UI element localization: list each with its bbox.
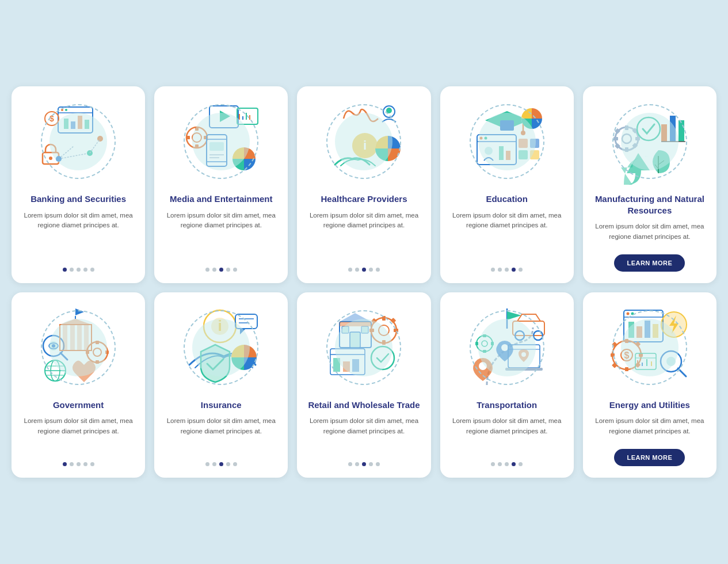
learn-more-button-2[interactable]: LEARN MORE	[614, 449, 685, 466]
dot[interactable]	[348, 462, 352, 466]
dot[interactable]	[362, 462, 366, 466]
card-insurance-title: Insurance	[201, 399, 242, 411]
dot[interactable]	[83, 268, 87, 272]
dot[interactable]	[512, 268, 516, 272]
dot[interactable]	[491, 268, 495, 272]
card-retail-title: Retail and Wholesale Trade	[308, 399, 420, 411]
dot[interactable]	[233, 268, 237, 272]
cards-grid: $ Banking and Securities Lorem ipsum dol…	[12, 86, 716, 478]
card-media-title: Media and Entertainment	[170, 193, 272, 205]
card-education-icon-area	[461, 96, 553, 188]
card-transportation-title: Transportation	[477, 399, 537, 411]
card-government-title: Government	[53, 399, 104, 411]
dot[interactable]	[83, 462, 87, 466]
svg-point-148	[626, 312, 629, 315]
dot[interactable]	[519, 462, 523, 466]
card-insurance-icon-area: i	[175, 302, 267, 394]
card-manufacturing-body: Lorem ipsum dolor sit dim amet, mea regi…	[592, 222, 707, 242]
card-insurance: i	[154, 292, 288, 478]
dot[interactable]	[369, 462, 373, 466]
card-healthcare-icon-area: i	[318, 96, 410, 188]
card-education-title: Education	[486, 193, 528, 205]
dot[interactable]	[226, 268, 230, 272]
card-retail-body: Lorem ipsum dolor sit dim amet, mea regi…	[306, 416, 421, 436]
dot[interactable]	[355, 268, 359, 272]
card-media-body: Lorem ipsum dolor sit dim amet, mea regi…	[163, 211, 279, 231]
card-energy: $	[583, 292, 716, 478]
dot[interactable]	[376, 462, 380, 466]
card-healthcare-body: Lorem ipsum dolor sit dim amet, mea regi…	[306, 211, 421, 231]
card-transportation-dots	[491, 458, 523, 466]
learn-more-button-1[interactable]: LEARN MORE	[614, 254, 685, 272]
card-media: Media and Entertainment Lorem ipsum dolo…	[154, 86, 288, 283]
dot[interactable]	[90, 462, 94, 466]
card-banking-dots	[63, 263, 94, 272]
card-banking-title: Banking and Securities	[31, 193, 126, 205]
card-healthcare-title: Healthcare Providers	[321, 193, 407, 205]
card-banking: $ Banking and Securities Lorem ipsum dol…	[12, 86, 145, 283]
card-energy-body: Lorem ipsum dolor sit dim amet, mea regi…	[592, 416, 707, 436]
dot[interactable]	[498, 268, 502, 272]
dot[interactable]	[505, 462, 509, 466]
dot[interactable]	[77, 268, 81, 272]
dot[interactable]	[362, 268, 366, 272]
card-government: Government Lorem ipsum dolor sit dim ame…	[12, 292, 145, 478]
card-transportation-icon-area	[461, 302, 553, 394]
dot[interactable]	[505, 268, 509, 272]
dot[interactable]	[519, 268, 523, 272]
card-government-body: Lorem ipsum dolor sit dim amet, mea regi…	[21, 416, 136, 436]
card-insurance-body: Lorem ipsum dolor sit dim amet, mea regi…	[163, 416, 279, 436]
card-energy-icon-area: $	[604, 302, 696, 394]
dot[interactable]	[70, 462, 74, 466]
dot[interactable]	[233, 462, 237, 466]
card-government-dots	[63, 458, 94, 466]
card-education-body: Lorem ipsum dolor sit dim amet, mea regi…	[449, 211, 565, 231]
card-education: Education Lorem ipsum dolor sit dim amet…	[440, 86, 574, 283]
card-manufacturing-title: Manufacturing and Natural Resources	[592, 193, 707, 216]
card-media-icon-area	[175, 96, 267, 188]
card-retail-dots	[348, 458, 380, 466]
card-retail: Retail and Wholesale Trade Lorem ipsum d…	[297, 292, 430, 478]
card-retail-icon-area	[318, 302, 410, 394]
dot[interactable]	[90, 268, 94, 272]
dot[interactable]	[212, 268, 216, 272]
dot[interactable]	[70, 268, 74, 272]
card-healthcare-dots	[348, 263, 380, 272]
dot[interactable]	[348, 268, 352, 272]
dot[interactable]	[212, 462, 216, 466]
dot[interactable]	[369, 268, 373, 272]
dot[interactable]	[355, 462, 359, 466]
card-banking-icon-area: $	[32, 96, 124, 188]
dot[interactable]	[63, 268, 67, 272]
card-transportation: Transportation Lorem ipsum dolor sit dim…	[440, 292, 574, 478]
card-education-dots	[491, 263, 523, 272]
dot[interactable]	[226, 462, 230, 466]
dot[interactable]	[77, 462, 81, 466]
dot[interactable]	[491, 462, 495, 466]
dot[interactable]	[498, 462, 502, 466]
dot[interactable]	[219, 268, 223, 272]
card-manufacturing: Manufacturing and Natural Resources Lore…	[583, 86, 716, 283]
card-energy-title: Energy and Utilities	[609, 399, 690, 411]
dot[interactable]	[205, 462, 209, 466]
card-insurance-dots	[205, 458, 237, 466]
card-transportation-body: Lorem ipsum dolor sit dim amet, mea regi…	[449, 416, 565, 436]
dot[interactable]	[219, 462, 223, 466]
card-manufacturing-icon-area	[604, 96, 696, 188]
dot[interactable]	[512, 462, 516, 466]
card-healthcare: i	[297, 86, 430, 283]
dot[interactable]	[205, 268, 209, 272]
card-banking-body: Lorem ipsum dolor sit dim amet, mea regi…	[21, 211, 136, 231]
card-government-icon-area	[32, 302, 124, 394]
card-media-dots	[205, 263, 237, 272]
dot[interactable]	[63, 462, 67, 466]
dot[interactable]	[376, 268, 380, 272]
